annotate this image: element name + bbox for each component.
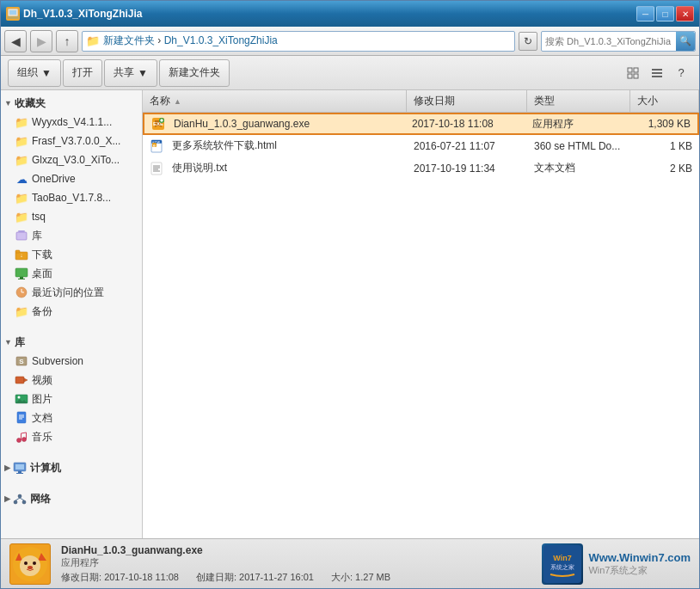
forward-button[interactable]: ▶ bbox=[30, 30, 52, 52]
organize-arrow: ▼ bbox=[41, 67, 52, 79]
branding-text: Www.Winwin7.com Win7系统之家 bbox=[588, 551, 691, 577]
favorites-header[interactable]: ▼ 收藏夹 bbox=[1, 94, 142, 113]
svg-point-42 bbox=[14, 500, 17, 504]
sidebar-item-desktop[interactable]: 桌面 bbox=[1, 264, 142, 283]
svg-rect-7 bbox=[652, 69, 662, 71]
svg-rect-17 bbox=[18, 279, 25, 279]
maximize-button[interactable]: □ bbox=[656, 6, 674, 21]
share-label: 共享 bbox=[114, 65, 134, 80]
svg-point-33 bbox=[22, 438, 27, 442]
close-button[interactable]: ✕ bbox=[676, 6, 694, 21]
sidebar-item-onedrive[interactable]: ☁ OneDrive bbox=[1, 169, 142, 188]
document-icon bbox=[15, 411, 28, 425]
refresh-button[interactable]: ↻ bbox=[519, 32, 537, 51]
search-input[interactable] bbox=[542, 36, 676, 46]
svg-rect-4 bbox=[634, 68, 638, 72]
sort-arrow-name: ▲ bbox=[174, 97, 181, 106]
svg-rect-8 bbox=[652, 72, 662, 74]
sidebar-item-ku[interactable]: 库 bbox=[1, 226, 142, 245]
sidebar-item-label: 备份 bbox=[32, 304, 52, 319]
sidebar-item-taobao[interactable]: 📁 TaoBao_V1.7.8... bbox=[1, 188, 142, 207]
organize-label: 组织 bbox=[17, 65, 38, 80]
open-label: 打开 bbox=[72, 65, 93, 80]
svg-line-36 bbox=[21, 433, 27, 433]
file-cell-type: 应用程序 bbox=[525, 114, 629, 133]
sidebar: ▼ 收藏夹 📁 Wyyxds_V4.1.1... 📁 Frasf_V3.7.0.… bbox=[1, 90, 143, 538]
table-row[interactable]: 使用说明.txt 2017-10-19 11:34 文本文档 2 KB bbox=[143, 157, 699, 180]
branding: Win7 系统之家 Www.Winwin7.com Win7系统之家 bbox=[542, 543, 691, 585]
file-name-txt: 使用说明.txt bbox=[172, 161, 227, 175]
sidebar-item-tsq[interactable]: 📁 tsq bbox=[1, 207, 142, 226]
svg-point-67 bbox=[24, 561, 28, 565]
subversion-icon: S bbox=[15, 354, 28, 368]
titlebar-controls: ─ □ ✕ bbox=[636, 6, 694, 21]
help-button[interactable]: ? bbox=[670, 62, 692, 84]
open-button[interactable]: 打开 bbox=[63, 59, 102, 87]
sidebar-item-label: 文档 bbox=[32, 411, 52, 426]
sidebar-item-recent[interactable]: 最近访问的位置 bbox=[1, 283, 142, 302]
computer-expand-icon: ▶ bbox=[4, 463, 10, 472]
col-header-date[interactable]: 修改日期 bbox=[407, 90, 527, 112]
svg-rect-23 bbox=[15, 377, 24, 383]
svg-rect-39 bbox=[18, 471, 21, 473]
status-thumbnail bbox=[9, 543, 51, 585]
svg-point-69 bbox=[28, 566, 33, 569]
favorites-expand-icon: ▼ bbox=[4, 99, 12, 107]
share-button[interactable]: 共享 ▼ bbox=[104, 59, 157, 87]
col-header-size[interactable]: 大小 bbox=[630, 90, 699, 112]
favorites-section: ▼ 收藏夹 📁 Wyyxds_V4.1.1... 📁 Frasf_V3.7.0.… bbox=[1, 94, 142, 321]
address-path-new-folder[interactable]: 新建文件夹 bbox=[103, 34, 155, 46]
sidebar-item-glxzq[interactable]: 📁 Glxzq_V3.0_XiTo... bbox=[1, 150, 142, 169]
folder-icon: 📁 bbox=[15, 134, 28, 148]
status-size: 大小: 1.27 MB bbox=[331, 571, 390, 584]
sidebar-item-download[interactable]: ↓ 下载 bbox=[1, 245, 142, 264]
folder-icon: 📁 bbox=[15, 304, 28, 318]
sidebar-item-wyyxds[interactable]: 📁 Wyyxds_V4.1.1... bbox=[1, 113, 142, 132]
exe-icon: EXE bbox=[151, 117, 165, 131]
new-folder-button[interactable]: 新建文件夹 bbox=[159, 59, 230, 87]
sidebar-item-music[interactable]: 音乐 bbox=[1, 427, 142, 446]
sidebar-item-label: 下载 bbox=[32, 248, 52, 262]
titlebar: Dh_V1.0.3_XiTongZhiJia ─ □ ✕ bbox=[1, 1, 699, 27]
svg-point-41 bbox=[18, 494, 21, 498]
table-row[interactable]: EXE DianHu_1.0.3_guanwang.exe 2017-10-18… bbox=[143, 113, 699, 135]
file-name-exe: DianHu_1.0.3_guanwang.exe bbox=[174, 118, 310, 130]
up-button[interactable]: ↑ bbox=[56, 30, 78, 52]
svg-text:↓: ↓ bbox=[20, 252, 23, 258]
view-list-button[interactable] bbox=[646, 62, 668, 84]
table-row[interactable]: HTML e 更多系统软件下载.html 2016-07-21 11:07 36… bbox=[143, 135, 699, 157]
file-cell-date: 2016-07-21 11:07 bbox=[407, 135, 527, 156]
svg-line-44 bbox=[15, 498, 20, 500]
sidebar-item-doc[interactable]: 文档 bbox=[1, 408, 142, 427]
status-type: 应用程序 bbox=[61, 556, 531, 569]
sidebar-item-backup[interactable]: 📁 备份 bbox=[1, 302, 142, 321]
search-button[interactable]: 🔍 bbox=[676, 32, 695, 51]
computer-header[interactable]: ▶ 计算机 bbox=[1, 458, 142, 477]
sidebar-item-frasf[interactable]: 📁 Frasf_V3.7.0.0_X... bbox=[1, 132, 142, 150]
main-content: ▼ 收藏夹 📁 Wyyxds_V4.1.1... 📁 Frasf_V3.7.0.… bbox=[1, 90, 699, 538]
file-cell-name: 使用说明.txt bbox=[143, 157, 407, 179]
address-bar[interactable]: 📁 新建文件夹 › Dh_V1.0.3_XiTongZhiJia bbox=[82, 31, 515, 52]
sidebar-item-subversion[interactable]: S Subversion bbox=[1, 352, 142, 371]
minimize-button[interactable]: ─ bbox=[636, 6, 654, 21]
library-header[interactable]: ▼ 库 bbox=[1, 333, 142, 352]
html-icon: HTML e bbox=[150, 139, 163, 153]
column-headers: 名称 ▲ 修改日期 类型 大小 bbox=[143, 90, 699, 113]
network-header[interactable]: ▶ 网络 bbox=[1, 489, 142, 508]
view-tiles-button[interactable] bbox=[622, 62, 644, 84]
file-cell-date: 2017-10-19 11:34 bbox=[407, 157, 527, 179]
svg-text:Win7: Win7 bbox=[554, 554, 572, 562]
svg-rect-10 bbox=[16, 232, 27, 240]
back-button[interactable]: ◀ bbox=[4, 30, 27, 52]
onedrive-icon: ☁ bbox=[15, 172, 28, 186]
col-header-name[interactable]: 名称 ▲ bbox=[143, 90, 407, 112]
svg-rect-1 bbox=[9, 10, 16, 15]
col-header-type[interactable]: 类型 bbox=[527, 90, 630, 112]
organize-button[interactable]: 组织 ▼ bbox=[8, 59, 61, 87]
address-path-current[interactable]: Dh_V1.0.3_XiTongZhiJia bbox=[164, 34, 278, 46]
toolbar-view-buttons: ? bbox=[622, 62, 692, 84]
file-cell-size: 1 KB bbox=[630, 135, 699, 156]
sidebar-item-photo[interactable]: 图片 bbox=[1, 390, 142, 408]
sidebar-item-video[interactable]: 视频 bbox=[1, 371, 142, 390]
network-expand-icon: ▶ bbox=[4, 494, 10, 503]
